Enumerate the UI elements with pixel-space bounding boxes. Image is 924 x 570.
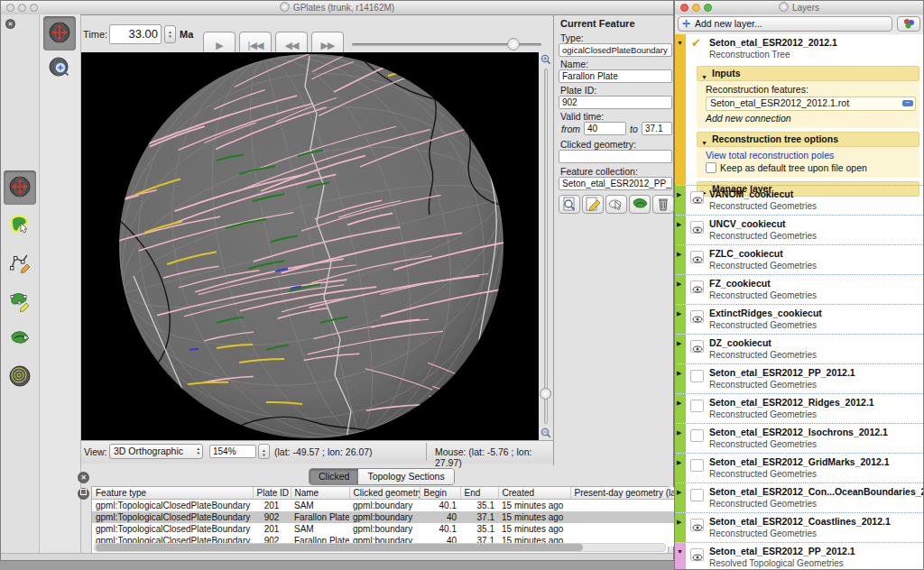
visibility-toggle-off[interactable]	[690, 400, 704, 412]
query-feature-button[interactable]	[559, 195, 580, 214]
visibility-toggle[interactable]	[690, 340, 704, 353]
collapse-arrow-icon[interactable]: ▶	[677, 400, 681, 407]
to-field[interactable]: 37.1	[642, 122, 672, 135]
col-feature-type[interactable]: Feature type	[92, 487, 253, 500]
visibility-toggle[interactable]	[690, 280, 704, 293]
layer-item-pp[interactable]: ▶ Seton_etal_ESR2012_PP_2012.1 Reconstru…	[675, 363, 923, 393]
col-clicked-geometry[interactable]: Clicked geometry	[349, 487, 420, 500]
visibility-toggle-off[interactable]	[690, 489, 704, 501]
layer-item-coastlines[interactable]: ▶ Seton_etal_ESR2012_Coastlines_2012.1 R…	[675, 512, 923, 542]
collapse-arrow-icon[interactable]: ▶	[677, 310, 681, 317]
zoom-slider-track[interactable]	[544, 69, 548, 424]
expand-arrow-icon[interactable]: ▼	[677, 548, 683, 555]
visibility-toggle[interactable]	[690, 221, 704, 234]
collapse-arrow-icon[interactable]: ▶	[677, 459, 681, 466]
colour-layers-button[interactable]	[897, 16, 920, 32]
view-total-poles-link[interactable]: View total reconstruction poles	[706, 150, 916, 161]
time-slider-thumb[interactable]	[507, 38, 520, 51]
tree-options-section-header[interactable]: ▼Reconstruction tree options	[697, 132, 919, 147]
tool-drag-globe-button[interactable]	[4, 170, 36, 205]
zoom-out-icon[interactable]	[541, 428, 551, 438]
col-end[interactable]: End	[460, 487, 498, 500]
feature-collection-field[interactable]: Seton_etal_ESR2012_PP_20	[559, 177, 672, 190]
visibility-toggle[interactable]	[690, 251, 704, 263]
layer-item-pp-resolved[interactable]: ▼ Seton_etal_ESR2012_PP_2012.1 Resolved …	[675, 542, 923, 569]
time-spinner[interactable]: ▲▼	[164, 25, 176, 43]
check-icon[interactable]: ✔	[691, 36, 701, 50]
layer-item-vanom[interactable]: ▶ VANOM_cookiecut Reconstructed Geometri…	[675, 185, 923, 215]
zoom-spinner[interactable]: ▲▼	[258, 444, 270, 459]
zoom-percent-input[interactable]: 154%	[209, 445, 256, 458]
layer-item-oceanboundaries[interactable]: ▶ Seton_etal_ESR2012_Con...OceanBoundari…	[675, 483, 923, 512]
expand-arrow-icon[interactable]: ▼	[677, 40, 683, 46]
layer-item-reconstruction-tree[interactable]: ▼ ✔ Seton_etal_ESR2012_2012.1 Reconstruc…	[675, 34, 923, 185]
clone-feature-button[interactable]	[629, 195, 651, 214]
tool-move-vertex-button[interactable]	[4, 284, 36, 318]
time-input[interactable]: 33.00	[109, 24, 162, 44]
visibility-toggle-off[interactable]	[690, 370, 704, 382]
collapse-arrow-icon[interactable]: ▶	[677, 429, 681, 437]
visibility-toggle[interactable]	[690, 191, 704, 204]
rot-file-row[interactable]: Seton_etal_ESR2012_2012.1.rot −	[706, 97, 916, 111]
visibility-toggle[interactable]	[690, 519, 704, 531]
tool-choose-feature-button[interactable]	[4, 208, 36, 243]
inputs-section-header[interactable]: ▼Inputs	[697, 66, 919, 81]
tool-split-feature-button[interactable]	[4, 322, 36, 356]
tab-topology-sections[interactable]: Topology Sections	[358, 469, 453, 484]
dock-float-button[interactable]	[78, 488, 89, 500]
plate-id-field[interactable]: 902	[559, 96, 672, 109]
layer-item-extinctridges[interactable]: ▶ ExtinctRidges_cookiecut Reconstructed …	[675, 304, 923, 334]
table-hscroll-thumb[interactable]	[96, 544, 583, 551]
spinner-down-icon[interactable]: ▼	[168, 34, 171, 39]
zoom-slider-thumb[interactable]	[540, 388, 551, 400]
tool-manipulate-pole-button[interactable]	[4, 360, 36, 394]
table-hscrollbar[interactable]	[94, 543, 666, 552]
collapse-arrow-icon[interactable]: ▶	[677, 221, 681, 228]
visibility-toggle-off[interactable]	[690, 459, 704, 472]
tool-digitise-geometry-button[interactable]	[4, 246, 36, 280]
layer-item-ridges[interactable]: ▶ Seton_etal_ESR2012_Ridges_2012.1 Recon…	[675, 393, 923, 423]
name-field[interactable]: Farallon Plate	[559, 69, 672, 83]
table-row[interactable]: gpml:TopologicalClosedPlateBoundary201SA…	[92, 523, 737, 535]
table-row[interactable]: gpml:TopologicalClosedPlateBoundary201SA…	[92, 500, 737, 512]
add-new-connection-link[interactable]: Add new connection	[706, 113, 916, 124]
collapse-arrow-icon[interactable]: ▶	[677, 191, 681, 198]
layer-item-fz[interactable]: ▶ FZ_cookiecut Reconstructed Geometries	[675, 274, 923, 304]
collapse-arrow-icon[interactable]: ▶	[677, 251, 681, 258]
layer-item-fzlc[interactable]: ▶ FZLC_cookiecut Reconstructed Geometrie…	[675, 244, 923, 274]
keep-default-checkbox[interactable]	[706, 162, 716, 173]
type-field[interactable]: ogicalClosedPlateBoundary	[559, 43, 672, 57]
layer-item-gridmarks[interactable]: ▶ Seton_etal_ESR2012_GridMarks_2012.1 Re…	[675, 453, 923, 483]
visibility-toggle-off[interactable]	[690, 429, 704, 442]
table-row-selected[interactable]: gpml:TopologicalClosedPlateBoundary902Fa…	[92, 511, 737, 523]
col-begin[interactable]: Begin	[420, 487, 460, 500]
collapse-arrow-icon[interactable]: ▶	[677, 340, 681, 347]
tool-drag-globe-view-button[interactable]	[43, 16, 76, 51]
collapse-arrow-icon[interactable]: ▶	[677, 370, 681, 377]
collapse-arrow-icon[interactable]: ▶	[677, 280, 681, 288]
zoom-in-icon[interactable]	[541, 54, 551, 65]
add-new-layer-button[interactable]: ✛ Add new layer...	[678, 16, 892, 32]
layer-item-isochrons[interactable]: ▶ Seton_etal_ESR2012_Isochrons_2012.1 Re…	[675, 423, 923, 453]
from-field[interactable]: 40	[584, 122, 626, 135]
clicked-geometry-field[interactable]	[559, 150, 672, 163]
edit-feature-button[interactable]	[582, 195, 604, 214]
projection-select[interactable]: 3D Orthographic ▲▼	[109, 444, 203, 459]
col-name[interactable]: Name	[291, 487, 349, 500]
choose-feature-button[interactable]	[605, 195, 627, 214]
visibility-toggle[interactable]	[690, 310, 704, 323]
tool-zoom-globe-button[interactable]	[43, 51, 76, 86]
tab-clicked[interactable]: Clicked	[310, 469, 358, 484]
delete-feature-button[interactable]	[652, 195, 674, 214]
dock-close-button[interactable]: ✕	[78, 472, 89, 483]
globe-canvas[interactable]	[81, 52, 539, 440]
visibility-toggle[interactable]	[690, 548, 704, 561]
disconnect-icon[interactable]: −	[902, 100, 913, 106]
palette-close-button[interactable]: ✕	[5, 19, 15, 29]
col-plate-id[interactable]: Plate ID	[253, 487, 291, 500]
layer-item-uncv[interactable]: ▶ UNCV_cookiecut Reconstructed Geometrie…	[675, 215, 923, 244]
col-created[interactable]: Created	[498, 487, 570, 500]
collapse-arrow-icon[interactable]: ▶	[677, 489, 681, 496]
layer-item-dz[interactable]: ▶ DZ_cookiecut Reconstructed Geometries	[675, 334, 923, 363]
collapse-arrow-icon[interactable]: ▶	[677, 519, 681, 526]
